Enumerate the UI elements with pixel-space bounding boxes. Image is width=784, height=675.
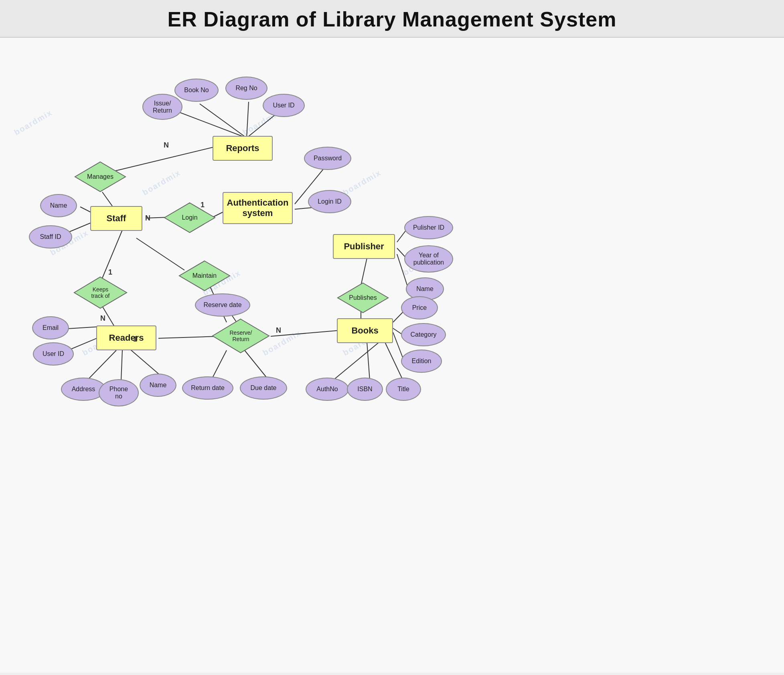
- attr-issue-return: Issue/ Return: [142, 94, 182, 120]
- svg-line-24: [213, 350, 227, 378]
- attr-auth-no: AuthNo: [306, 378, 349, 401]
- label-n-readers: N: [100, 314, 105, 323]
- svg-line-36: [385, 342, 403, 380]
- relationship-reserve-return: Reserve/ Return: [212, 318, 270, 354]
- entity-books: Books: [337, 318, 393, 343]
- diagram-area: boardmix boardmix boardmix boardmix boar…: [0, 38, 784, 673]
- svg-line-25: [245, 350, 267, 378]
- attr-publisher-id: Pulisher ID: [404, 216, 453, 239]
- attr-due-date: Due date: [240, 376, 287, 400]
- entity-auth: Authentication system: [223, 192, 293, 224]
- page-title: ER Diagram of Library Management System: [0, 7, 784, 31]
- title-bar: ER Diagram of Library Management System: [0, 0, 784, 38]
- label-n-books: N: [276, 326, 281, 335]
- relationship-publishes: Publishes: [337, 282, 389, 313]
- svg-line-1: [247, 102, 249, 138]
- attr-book-no: Book No: [174, 79, 219, 102]
- svg-line-17: [121, 350, 122, 380]
- attr-staff-id: Staff ID: [29, 225, 72, 249]
- watermark: boardmix: [12, 108, 54, 137]
- relationship-maintain: Maintain: [178, 260, 231, 291]
- svg-line-23: [271, 330, 341, 336]
- label-1-maintain: 1: [108, 268, 112, 277]
- entity-staff: Staff: [90, 206, 142, 231]
- attr-user-id-readers: User ID: [33, 342, 74, 366]
- relationship-keeps-track-of: Keeps track of: [73, 276, 128, 309]
- svg-line-19: [136, 238, 184, 270]
- svg-line-35: [367, 342, 370, 380]
- svg-line-22: [158, 336, 219, 338]
- attr-return-date: Return date: [182, 376, 233, 400]
- attr-user-id-reports: User ID: [263, 94, 305, 117]
- label-n1: N: [164, 141, 169, 150]
- attr-reserve-date: Reserve date: [195, 293, 250, 317]
- attr-phone-no: Phone no: [99, 379, 139, 406]
- label-1-login: 1: [201, 201, 205, 209]
- entity-reports: Reports: [213, 136, 273, 161]
- attr-price: Price: [401, 296, 438, 319]
- svg-line-18: [130, 350, 159, 374]
- label-1-reserve: 1: [133, 335, 137, 344]
- relationship-login: Login: [164, 202, 216, 233]
- entity-readers: Readers: [96, 325, 156, 350]
- attr-year-of-publication: Year of publication: [404, 245, 453, 273]
- diagram-lines: [0, 38, 784, 673]
- svg-line-26: [361, 258, 367, 285]
- watermark: boardmix: [141, 168, 182, 197]
- svg-line-16: [88, 350, 116, 379]
- attr-isbn: ISBN: [347, 378, 383, 401]
- relationship-manages: Manages: [74, 161, 126, 192]
- attr-email: Email: [32, 316, 69, 340]
- attr-login-id: Login ID: [308, 190, 351, 213]
- attr-name-staff: Name: [40, 194, 77, 217]
- attr-category: Category: [401, 323, 446, 346]
- attr-title: Title: [386, 378, 421, 401]
- svg-line-34: [333, 342, 379, 380]
- svg-line-0: [200, 104, 247, 138]
- svg-line-5: [102, 192, 112, 206]
- attr-password: Password: [304, 147, 351, 170]
- watermark: boardmix: [341, 168, 383, 197]
- attr-reg-no: Reg No: [225, 77, 267, 100]
- entity-publisher: Publisher: [333, 234, 395, 259]
- attr-name-readers: Name: [140, 374, 176, 397]
- attr-edition: Edition: [401, 350, 442, 373]
- label-n-staff: N: [145, 214, 150, 222]
